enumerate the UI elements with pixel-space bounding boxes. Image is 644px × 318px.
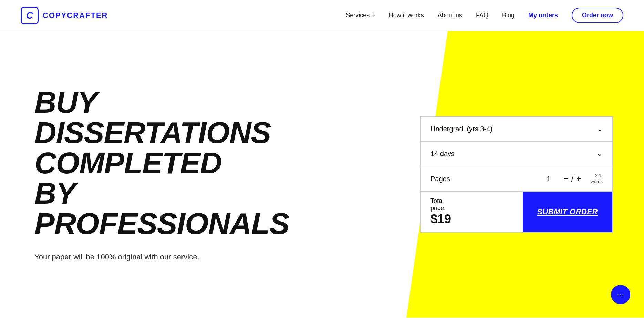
- nav-services[interactable]: Services +: [346, 12, 375, 19]
- total-row: Totalprice: $19 SUBMIT ORDER: [421, 192, 612, 232]
- hero-subtitle: Your paper will be 100% original with ou…: [34, 253, 241, 261]
- total-label: Totalprice:: [430, 197, 513, 212]
- pages-increment-button[interactable]: +: [573, 173, 584, 185]
- nav-my-orders[interactable]: My orders: [528, 12, 558, 19]
- hero-left: BUY DISSERTATIONS COMPLETED BY PROFESSIO…: [0, 31, 403, 318]
- deadline-value: 14 days: [430, 150, 455, 158]
- pages-separator: /: [571, 174, 574, 184]
- academic-level-row[interactable]: Undergrad. (yrs 3-4) ⌄: [421, 117, 612, 142]
- hero-title: BUY DISSERTATIONS COMPLETED BY PROFESSIO…: [34, 87, 303, 239]
- hero-section: BUY DISSERTATIONS COMPLETED BY PROFESSIO…: [0, 31, 644, 318]
- logo-icon: C: [21, 7, 39, 24]
- nav-how-it-works[interactable]: How it works: [389, 12, 424, 19]
- nav-about-us[interactable]: About us: [438, 12, 462, 19]
- logo-area[interactable]: C COPYCRAFTER: [21, 7, 108, 24]
- order-now-button[interactable]: Order now: [572, 8, 623, 23]
- nav-faq[interactable]: FAQ: [476, 12, 488, 19]
- total-price: $19: [430, 212, 513, 226]
- academic-level-value: Undergrad. (yrs 3-4): [430, 125, 492, 133]
- pages-controls: − / +: [561, 173, 584, 185]
- brand-name: COPYCRAFTER: [43, 11, 108, 20]
- total-left: Totalprice: $19: [421, 192, 523, 232]
- pages-label: Pages: [430, 175, 450, 183]
- hero-right: Undergrad. (yrs 3-4) ⌄ 14 days ⌄ Pages 1…: [403, 31, 644, 318]
- deadline-row[interactable]: 14 days ⌄: [421, 142, 612, 166]
- chat-bubble-button[interactable]: ···: [611, 285, 630, 304]
- main-nav: Services + How it works About us FAQ Blo…: [346, 8, 623, 23]
- order-form: Undergrad. (yrs 3-4) ⌄ 14 days ⌄ Pages 1…: [420, 116, 613, 233]
- pages-count: 1: [547, 175, 550, 183]
- pages-decrement-button[interactable]: −: [561, 173, 571, 185]
- submit-order-button[interactable]: SUBMIT ORDER: [523, 192, 612, 232]
- nav-blog[interactable]: Blog: [502, 12, 515, 19]
- pages-row: Pages 1 − / + 275words: [421, 166, 612, 192]
- header: C COPYCRAFTER Services + How it works Ab…: [0, 0, 644, 31]
- chat-dots-icon: ···: [617, 291, 624, 298]
- pages-words: 275words: [591, 173, 603, 185]
- chevron-down-icon: ⌄: [596, 149, 603, 158]
- chevron-down-icon: ⌄: [596, 124, 603, 133]
